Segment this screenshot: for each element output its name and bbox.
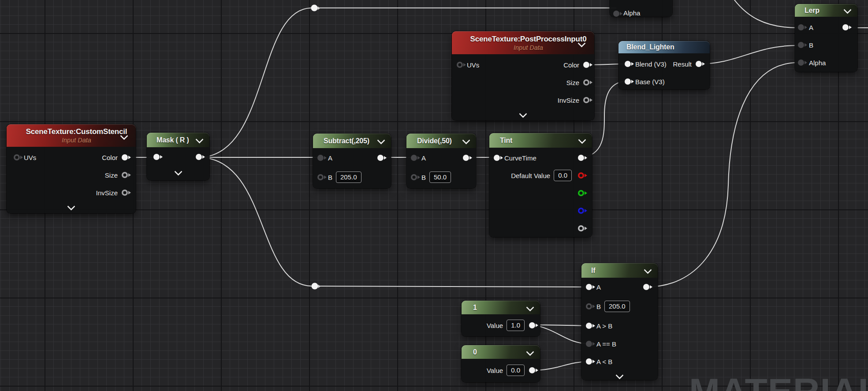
pin-alpha-output[interactable] bbox=[578, 225, 584, 231]
node-title: 1 bbox=[473, 304, 477, 312]
pin-a-input[interactable] bbox=[317, 155, 324, 161]
chevron-down-icon[interactable] bbox=[377, 136, 385, 144]
pin-size-output[interactable] bbox=[122, 172, 128, 178]
node-if[interactable]: If A B 205.0 A > B A == B A < B bbox=[581, 263, 658, 380]
pin-row: A > B bbox=[581, 317, 658, 335]
value-input[interactable]: 0.0 bbox=[554, 170, 572, 181]
chevron-down-icon[interactable] bbox=[526, 303, 534, 311]
chevron-down-icon[interactable] bbox=[644, 266, 652, 274]
pin-output[interactable] bbox=[842, 24, 849, 30]
node-scenetexture-postprocessinput0[interactable]: SceneTexture:PostProcessInput0 Input Dat… bbox=[452, 31, 594, 120]
reroute-node-bottom[interactable] bbox=[312, 283, 318, 290]
node-constant-one[interactable]: 1 Value 1.0 bbox=[462, 301, 540, 336]
node-mask-r[interactable]: Mask ( R ) bbox=[147, 133, 209, 180]
node-header[interactable]: 1 bbox=[462, 301, 540, 314]
node-header[interactable]: 0 bbox=[462, 345, 540, 359]
expand-chevron-icon[interactable] bbox=[519, 110, 527, 118]
wire-mask-to-top-reroute bbox=[199, 8, 311, 157]
pin-output[interactable] bbox=[529, 367, 535, 373]
pin-output[interactable] bbox=[377, 155, 384, 161]
pin-a-equals-b-input[interactable] bbox=[586, 341, 592, 347]
pin-invsize-output[interactable] bbox=[122, 190, 128, 196]
wire-one-to-if-aeb bbox=[532, 325, 589, 344]
node-title: Tint bbox=[500, 137, 512, 145]
value-input[interactable]: 205.0 bbox=[604, 301, 630, 312]
node-subtract[interactable]: Subtract(,205) A B 205.0 bbox=[313, 134, 391, 188]
expand-chevron-icon[interactable] bbox=[67, 202, 75, 210]
reroute-node-top[interactable] bbox=[311, 5, 318, 11]
pin-blend-input[interactable] bbox=[625, 61, 631, 67]
pin-a-greater-b-input[interactable] bbox=[586, 323, 592, 329]
node-header[interactable]: Divide(,50) bbox=[406, 134, 476, 148]
pin-color-output[interactable] bbox=[122, 154, 128, 160]
expand-chevron-icon[interactable] bbox=[174, 168, 182, 175]
pin-color-output[interactable] bbox=[583, 62, 589, 68]
pin-result-output[interactable] bbox=[696, 61, 702, 67]
wire-blendresult-to-lerp-b bbox=[699, 45, 798, 64]
pin-row bbox=[489, 184, 592, 202]
node-scenetexture-customstencil[interactable]: SceneTexture:CustomStencil Input Data UV… bbox=[7, 124, 136, 213]
node-header[interactable]: Lerp bbox=[795, 4, 857, 17]
value-input[interactable]: 50.0 bbox=[429, 171, 451, 183]
pin-b-input[interactable] bbox=[317, 174, 324, 180]
pin-invsize-output[interactable] bbox=[583, 97, 589, 103]
pin-row: B bbox=[795, 36, 857, 54]
pin-row: Alpha bbox=[795, 54, 857, 71]
pin-uvs-input[interactable] bbox=[457, 62, 463, 68]
pin-row: UVs Color bbox=[452, 56, 594, 74]
node-blend-lighten[interactable]: Blend_Lighten Blend (V3) Result Base (V3… bbox=[618, 41, 710, 89]
pin-input[interactable] bbox=[153, 154, 160, 160]
node-header[interactable]: Tint bbox=[489, 133, 592, 148]
pin-row bbox=[489, 220, 592, 237]
wire-mask-to-bottom-reroute bbox=[199, 157, 312, 286]
pin-b-input[interactable] bbox=[798, 42, 804, 48]
pin-uvs-input[interactable] bbox=[14, 154, 20, 160]
pin-b-input[interactable] bbox=[586, 303, 592, 309]
pin-label: B bbox=[421, 174, 426, 181]
node-header[interactable]: SceneTexture:CustomStencil Input Data bbox=[7, 124, 136, 147]
pin-output[interactable] bbox=[463, 155, 469, 161]
pin-a-input[interactable] bbox=[586, 284, 592, 290]
pin-output[interactable] bbox=[529, 322, 535, 328]
pin-red-output[interactable] bbox=[578, 172, 584, 179]
chevron-down-icon[interactable] bbox=[843, 6, 851, 14]
pin-output[interactable] bbox=[578, 155, 584, 161]
pin-a-input[interactable] bbox=[798, 24, 804, 30]
pin-row: Size bbox=[452, 74, 594, 91]
pin-size-output[interactable] bbox=[583, 79, 589, 86]
pin-output[interactable] bbox=[643, 284, 649, 290]
pin-base-input[interactable] bbox=[625, 78, 631, 85]
pin-a-input[interactable] bbox=[411, 155, 417, 161]
pin-curvetime-input[interactable] bbox=[494, 155, 500, 161]
pin-alpha-input[interactable] bbox=[613, 11, 619, 17]
material-graph-canvas[interactable]: { "canvas": { "watermark": "MATERIAL" },… bbox=[0, 0, 868, 391]
pin-alpha-input[interactable] bbox=[798, 60, 804, 66]
node-constant-zero[interactable]: 0 Value 0.0 bbox=[462, 345, 540, 382]
chevron-down-icon[interactable] bbox=[462, 136, 470, 144]
pin-output[interactable] bbox=[196, 154, 202, 160]
value-input[interactable]: 0.0 bbox=[507, 365, 525, 376]
node-header[interactable]: Subtract(,205) bbox=[313, 134, 391, 148]
node-header[interactable]: SceneTexture:PostProcessInput0 Input Dat… bbox=[452, 31, 594, 54]
pin-green-output[interactable] bbox=[578, 190, 584, 196]
value-input[interactable]: 205.0 bbox=[336, 171, 361, 183]
pin-a-less-b-input[interactable] bbox=[586, 358, 592, 365]
chevron-down-icon[interactable] bbox=[526, 348, 534, 356]
node-header[interactable]: Mask ( R ) bbox=[147, 133, 209, 147]
expand-chevron-icon[interactable] bbox=[615, 371, 623, 379]
node-tint[interactable]: Tint CurveTime Default Value 0.0 bbox=[489, 133, 592, 237]
node-header[interactable]: Blend_Lighten bbox=[618, 41, 710, 53]
node-alpha-partial[interactable]: Alpha bbox=[610, 0, 672, 17]
chevron-down-icon[interactable] bbox=[578, 136, 586, 144]
node-divide[interactable]: Divide(,50) A B 50.0 bbox=[406, 134, 476, 188]
pin-b-input[interactable] bbox=[411, 174, 417, 180]
pin-row: A bbox=[313, 148, 391, 168]
pin-label: InvSize bbox=[96, 189, 118, 197]
value-input[interactable]: 1.0 bbox=[507, 320, 525, 331]
chevron-down-icon[interactable] bbox=[195, 135, 203, 143]
pin-label: Alpha bbox=[623, 9, 640, 17]
pin-label: Size bbox=[105, 171, 118, 179]
node-lerp[interactable]: Lerp A B Alpha bbox=[795, 4, 857, 72]
node-header[interactable]: If bbox=[581, 263, 658, 278]
pin-blue-output[interactable] bbox=[578, 208, 584, 214]
